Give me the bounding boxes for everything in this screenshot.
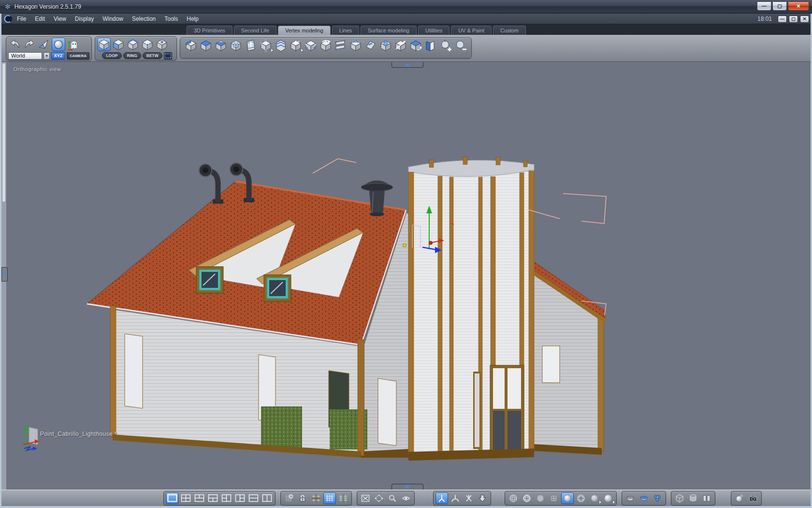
lasso-select-icon[interactable] — [174, 52, 174, 59]
sphere-cluster-icon[interactable] — [651, 493, 664, 504]
marquee-select-icon[interactable] — [164, 52, 172, 60]
zoom-icon[interactable] — [386, 493, 399, 504]
textured-sphere-icon[interactable] — [548, 493, 560, 504]
tweak-vertices-icon[interactable] — [259, 39, 273, 52]
weld-patch-icon[interactable] — [379, 39, 392, 52]
smooth-cube-icon[interactable] — [214, 39, 228, 52]
fold-stripes-icon[interactable] — [274, 39, 288, 52]
sphere-select-icon[interactable] — [52, 38, 65, 51]
grid-lasso-icon[interactable] — [283, 493, 295, 504]
layout-right-split-icon[interactable] — [233, 493, 246, 504]
layout-single-icon[interactable] — [166, 493, 178, 504]
viewport[interactable]: Orthographic view Point_Cabrillo_Lightho… — [1, 62, 811, 490]
menu-display[interactable]: Display — [71, 15, 98, 22]
tower-door[interactable] — [490, 365, 524, 452]
smooth-sphere-icon[interactable] — [561, 493, 574, 504]
grid-active-icon[interactable] — [323, 493, 336, 504]
wire-cube-icon[interactable] — [673, 493, 686, 504]
maximize-button[interactable]: ▢ — [772, 1, 787, 11]
front-window-1[interactable] — [125, 334, 143, 408]
face-mode-icon[interactable] — [112, 38, 125, 51]
menu-selection[interactable]: Selection — [128, 15, 160, 22]
arrow-select-icon[interactable] — [100, 52, 101, 60]
eye-icon[interactable] — [400, 493, 412, 504]
left-panel-handle[interactable] — [1, 267, 8, 282]
blue-bowl-icon[interactable] — [638, 493, 650, 504]
universal-manipulator-icon[interactable] — [435, 493, 448, 504]
vertex-mode-icon[interactable] — [141, 38, 154, 51]
pen-select-icon[interactable] — [97, 52, 98, 60]
betw-button[interactable]: BETW — [143, 52, 162, 59]
tab-3d-primitives[interactable]: 3D Primitives — [187, 26, 232, 35]
layout-top-split-icon[interactable] — [193, 493, 205, 504]
bridge-plates-icon[interactable] — [334, 39, 348, 52]
tab-lines[interactable]: Lines — [332, 26, 359, 35]
add-points-icon[interactable] — [439, 39, 452, 52]
extrude-top-icon[interactable] — [199, 39, 213, 52]
connect-edges-icon[interactable] — [349, 39, 362, 52]
wire-sphere3-icon[interactable] — [575, 493, 587, 504]
layout-hsplit-icon[interactable] — [247, 493, 260, 504]
tab-custom[interactable]: Custom — [493, 26, 526, 35]
viewport-canvas[interactable] — [6, 62, 811, 490]
uv-point-mode-icon[interactable] — [155, 38, 169, 51]
menu-edit[interactable]: Edit — [30, 15, 49, 22]
layout-vsplit-icon[interactable] — [261, 493, 273, 504]
ring-button[interactable]: RING — [123, 52, 141, 59]
camera-button[interactable]: CAMERA — [67, 52, 89, 60]
sweep-cube-icon[interactable] — [409, 39, 422, 52]
grid-vline-icon[interactable] — [337, 493, 349, 504]
loop-button[interactable]: LOOP — [102, 52, 121, 59]
menu-window[interactable]: Window — [98, 15, 128, 22]
fillet-corner-icon[interactable] — [364, 39, 377, 52]
wire-sphere2-icon[interactable] — [521, 493, 533, 504]
gizmo-center[interactable] — [429, 241, 433, 245]
axis-manipulator-icon[interactable] — [449, 493, 462, 504]
menu-tools[interactable]: Tools — [160, 15, 182, 22]
flip-normal-icon[interactable] — [319, 39, 333, 52]
tab-utilities[interactable]: Utilities — [418, 26, 450, 35]
world-dropdown-arrow[interactable]: ▼ — [44, 52, 50, 60]
move-vertices-icon[interactable] — [304, 39, 318, 52]
bevel-icon[interactable] — [184, 39, 198, 52]
gizmo-pivot-dot[interactable] — [403, 244, 406, 247]
menu-file[interactable]: File — [13, 15, 30, 22]
lock-icon[interactable] — [296, 493, 309, 504]
flat-sphere-icon[interactable] — [534, 493, 547, 504]
menu-help[interactable]: Help — [182, 15, 203, 22]
child-restore-button[interactable]: ▢ — [789, 15, 798, 23]
top-panel-handle[interactable] — [392, 62, 423, 68]
edge-mode-icon[interactable] — [126, 38, 140, 51]
xyz-button[interactable]: XYZ — [51, 52, 65, 60]
pan-icon[interactable] — [373, 493, 385, 504]
bottom-panel-handle[interactable] — [392, 484, 423, 490]
redo-arrow-icon[interactable] — [23, 38, 36, 51]
tab-second-life[interactable]: Second Life — [234, 26, 276, 35]
bowl-icon[interactable] — [624, 493, 637, 504]
close-button[interactable]: ✕ — [788, 1, 809, 11]
render-sphere-icon[interactable] — [733, 493, 746, 504]
right-window[interactable] — [542, 346, 560, 383]
minimize-button[interactable]: — — [757, 1, 771, 11]
soft-sphere-icon[interactable] — [588, 493, 601, 504]
mirror-arrow-icon[interactable] — [289, 39, 303, 52]
child-minimize-button[interactable]: — — [778, 15, 787, 23]
fly-select-icon[interactable] — [37, 38, 51, 51]
menu-view[interactable]: View — [49, 15, 71, 22]
tab-vertex-modeling[interactable]: Vertex modeling — [278, 26, 331, 35]
layout-bottom-split-icon[interactable] — [206, 493, 219, 504]
lighthouse-tower[interactable] — [408, 157, 534, 461]
ghost-icon[interactable] — [66, 38, 80, 51]
extrude-panel-icon[interactable] — [244, 39, 258, 52]
inset-hole-icon[interactable] — [229, 39, 243, 52]
free-manipulator-icon[interactable] — [463, 493, 475, 504]
wire-sphere-icon[interactable] — [507, 493, 520, 504]
layout-quad-icon[interactable] — [179, 493, 192, 504]
child-close-button[interactable]: ✕ — [800, 15, 809, 23]
tab-surface-modeling[interactable]: Surface modeling — [361, 26, 417, 35]
stretch-plane-icon[interactable] — [394, 39, 407, 52]
cylinder-icon[interactable] — [687, 493, 699, 504]
bright-sphere-icon[interactable] — [602, 493, 614, 504]
left-scroll-thumb[interactable] — [2, 63, 6, 202]
grid-axes-icon[interactable] — [310, 493, 322, 504]
